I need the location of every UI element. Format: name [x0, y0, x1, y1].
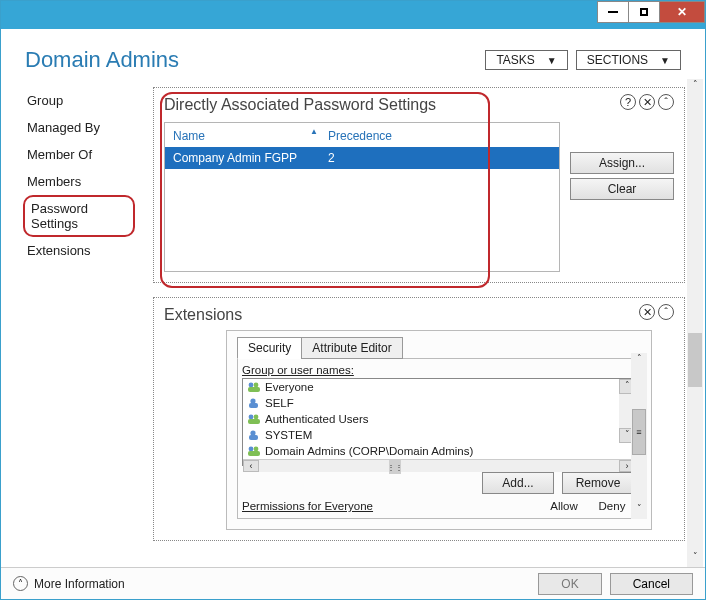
- sidebar-item-member-of[interactable]: Member Of: [23, 141, 135, 168]
- help-button[interactable]: ?: [620, 94, 636, 110]
- svg-point-10: [249, 447, 254, 452]
- group-names-label: Group or user names:: [242, 362, 636, 378]
- ok-button[interactable]: OK: [538, 573, 601, 595]
- tab-security[interactable]: Security: [237, 337, 302, 359]
- sidebar-item-extensions[interactable]: Extensions: [23, 237, 135, 264]
- assign-button[interactable]: Assign...: [570, 152, 674, 174]
- svg-point-5: [249, 415, 254, 420]
- svg-point-3: [250, 398, 255, 403]
- remove-button[interactable]: Remove: [562, 472, 634, 494]
- scroll-up-icon[interactable]: ˄: [631, 353, 647, 369]
- add-button[interactable]: Add...: [482, 472, 554, 494]
- cell-name: Company Admin FGPP: [173, 151, 328, 165]
- page-header: Domain Admins TASKS▼ SECTIONS▼: [1, 29, 705, 83]
- chevron-down-icon: ▼: [547, 55, 557, 66]
- svg-point-1: [254, 383, 259, 388]
- minimize-button[interactable]: [597, 1, 629, 23]
- collapse-button[interactable]: ˆ: [658, 94, 674, 110]
- scroll-thumb[interactable]: ⋮⋮: [389, 460, 401, 474]
- svg-rect-9: [249, 435, 258, 440]
- password-settings-section: Directly Associated Password Settings ? …: [153, 87, 685, 283]
- vertical-scrollbar[interactable]: ˄ ˅: [687, 79, 703, 567]
- horizontal-scrollbar[interactable]: ‹ ⋮⋮ ›: [243, 459, 635, 472]
- window-titlebar: ✕: [1, 1, 705, 29]
- more-information-toggle[interactable]: ˄ More Information: [13, 576, 538, 591]
- close-button[interactable]: ✕: [659, 1, 705, 23]
- clear-button[interactable]: Clear: [570, 178, 674, 200]
- user-icon: [247, 397, 261, 409]
- svg-point-8: [250, 430, 255, 435]
- list-item[interactable]: Domain Admins (CORP\Domain Admins): [243, 443, 635, 459]
- sidebar-item-managed-by[interactable]: Managed By: [23, 114, 135, 141]
- sections-dropdown[interactable]: SECTIONS▼: [576, 50, 681, 70]
- user-icon: [247, 429, 261, 441]
- list-item[interactable]: Authenticated Users: [243, 411, 635, 427]
- principals-list[interactable]: Everyone SELF Authenticated Users SYSTEM…: [242, 378, 636, 466]
- footer-bar: ˄ More Information OK Cancel: [1, 567, 705, 599]
- svg-rect-12: [248, 451, 260, 456]
- list-item[interactable]: Everyone: [243, 379, 635, 395]
- list-item[interactable]: SYSTEM: [243, 427, 635, 443]
- tasks-dropdown[interactable]: TASKS▼: [485, 50, 567, 70]
- cancel-button[interactable]: Cancel: [610, 573, 693, 595]
- sidebar-item-group[interactable]: Group: [23, 87, 135, 114]
- table-row[interactable]: Company Admin FGPP 2: [165, 147, 559, 169]
- scroll-thumb[interactable]: [688, 333, 702, 387]
- column-name[interactable]: Name▲: [173, 129, 328, 143]
- svg-rect-2: [248, 387, 260, 392]
- sidebar-item-password-settings[interactable]: Password Settings: [23, 195, 135, 237]
- scroll-left-icon[interactable]: ‹: [243, 460, 259, 472]
- more-information-label: More Information: [34, 577, 125, 591]
- password-settings-table[interactable]: Name▲ Precedence Company Admin FGPP 2: [164, 122, 560, 272]
- close-section-button[interactable]: ✕: [639, 304, 655, 320]
- scroll-thumb[interactable]: ≡: [632, 409, 646, 455]
- list-item[interactable]: SELF: [243, 395, 635, 411]
- scroll-down-icon[interactable]: ˅: [631, 503, 647, 519]
- collapse-button[interactable]: ˆ: [658, 304, 674, 320]
- sidebar: Group Managed By Member Of Members Passw…: [1, 79, 145, 567]
- section-title: Directly Associated Password Settings: [164, 96, 674, 114]
- vertical-scrollbar[interactable]: ˄ ≡ ˅: [631, 353, 647, 519]
- page-title: Domain Admins: [25, 47, 179, 73]
- sort-asc-icon: ▲: [310, 127, 318, 136]
- chevron-down-icon: ▼: [660, 55, 670, 66]
- tab-attribute-editor[interactable]: Attribute Editor: [301, 337, 402, 359]
- maximize-button[interactable]: [628, 1, 660, 23]
- close-section-button[interactable]: ✕: [639, 94, 655, 110]
- allow-header: Allow: [540, 500, 588, 512]
- svg-rect-7: [248, 419, 260, 424]
- users-icon: [247, 381, 261, 393]
- scroll-down-icon[interactable]: ˅: [687, 551, 703, 567]
- deny-header: Deny: [588, 500, 636, 512]
- svg-rect-4: [249, 403, 258, 408]
- sidebar-item-members[interactable]: Members: [23, 168, 135, 195]
- svg-point-6: [254, 415, 259, 420]
- permissions-label: Permissions for Everyone: [242, 500, 540, 512]
- cell-precedence: 2: [328, 151, 448, 165]
- chevron-up-icon: ˄: [13, 576, 28, 591]
- section-title: Extensions: [164, 306, 674, 324]
- users-icon: [247, 413, 261, 425]
- users-icon: [247, 445, 261, 457]
- extensions-section: Extensions ✕ ˆ Security Attribute Editor…: [153, 297, 685, 541]
- column-precedence[interactable]: Precedence: [328, 129, 448, 143]
- svg-point-11: [254, 447, 259, 452]
- svg-point-0: [249, 383, 254, 388]
- scroll-up-icon[interactable]: ˄: [687, 79, 703, 95]
